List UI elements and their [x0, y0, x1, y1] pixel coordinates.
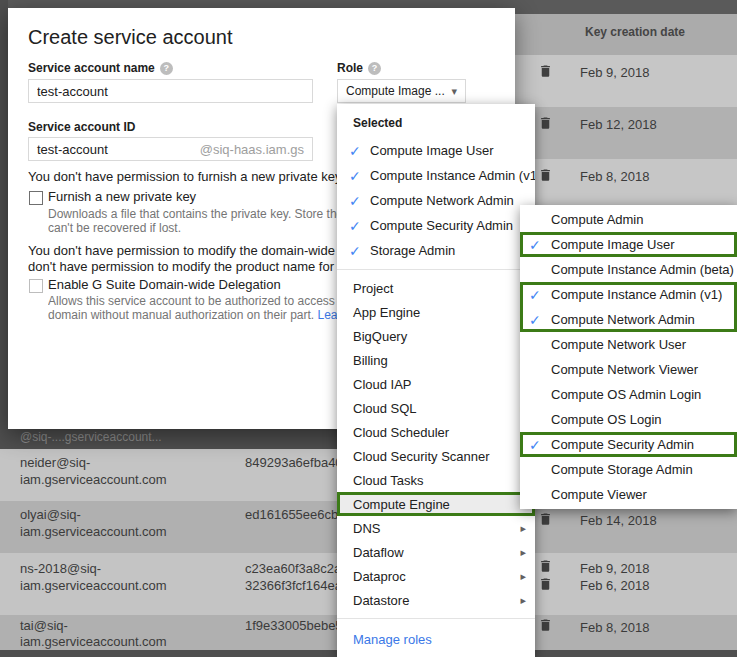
gsuite-delegation-label: Enable G Suite Domain-wide Delegation [48, 277, 281, 292]
learn-more-link[interactable]: Learn [318, 308, 338, 322]
check-icon: ✓ [520, 287, 551, 303]
selected-role-storage-admin[interactable]: ✓ Storage Admin [337, 238, 535, 263]
role-option-compute-network-admin[interactable]: ✓Compute Network Admin [520, 307, 737, 332]
delete-key-icon[interactable] [538, 576, 554, 593]
service-account-id-domain: @siq-haas.iam.gs [200, 142, 304, 157]
check-icon: ✓ [520, 237, 551, 253]
gsuite-help-line1: Allows this service account to be author… [48, 294, 337, 308]
role-option-compute-network-viewer[interactable]: Compute Network Viewer [520, 357, 737, 382]
check-icon: ✓ [520, 312, 551, 328]
role-category-datastore[interactable]: Datastore▸ [337, 588, 535, 612]
delete-key-icon[interactable] [538, 115, 554, 132]
service-account-id-label-text: Service account ID [28, 120, 135, 134]
manage-roles-link[interactable]: Manage roles [337, 625, 535, 653]
role-category-billing[interactable]: Billing▸ [337, 348, 535, 372]
role-category-cloud-scheduler[interactable]: Cloud Scheduler▸ [337, 420, 535, 444]
role-menu: Selected ✓ Compute Image User ✓ Compute … [337, 104, 535, 657]
role-option-compute-instance-admin-beta[interactable]: Compute Instance Admin (beta) [520, 257, 737, 282]
role-dropdown[interactable]: Compute Image ... ▾ [337, 79, 466, 103]
role-category-dataflow[interactable]: Dataflow▸ [337, 540, 535, 564]
key-id: 849293a6efba404 [245, 455, 350, 470]
role-option-compute-network-user[interactable]: Compute Network User [520, 332, 737, 357]
service-account-email: iam.gserviceaccount.com [20, 472, 167, 487]
role-option-compute-instance-admin-v1[interactable]: ✓Compute Instance Admin (v1) [520, 282, 737, 307]
screen: Key creation date Feb 9, 2018 Feb 12, 20… [0, 0, 737, 657]
service-account-id-value: test-account [37, 142, 108, 157]
role-option-compute-image-user[interactable]: ✓Compute Image User [520, 232, 737, 257]
gsuite-help-line2: domain without manual authorization on t… [48, 308, 337, 322]
role-option-highlight-group: ✓Compute Instance Admin (v1) ✓Compute Ne… [520, 282, 737, 332]
role-dropdown-value: Compute Image ... [346, 84, 445, 98]
service-account-email: iam.gserviceaccount.com [20, 524, 167, 539]
modify-permission-note-line1: You don't have permission to modify the … [28, 243, 337, 258]
selected-role-compute-network-admin[interactable]: ✓ Compute Network Admin [337, 188, 535, 213]
compute-engine-submenu: Compute Admin ✓Compute Image User Comput… [520, 205, 737, 509]
role-option-compute-os-admin-login[interactable]: Compute OS Admin Login [520, 382, 737, 407]
service-account-email: olyai@siq- [20, 507, 81, 522]
role-option-compute-security-admin[interactable]: ✓Compute Security Admin [520, 432, 737, 457]
role-category-cloud-iap[interactable]: Cloud IAP▸ [337, 372, 535, 396]
service-account-email: ns-2018@siq- [20, 561, 101, 576]
delete-key-icon[interactable] [538, 558, 554, 575]
key-id: 32366f3fcf164ea [245, 578, 342, 593]
service-account-id-label: Service account ID [28, 120, 135, 134]
service-account-email: tai@siq- [20, 618, 68, 633]
key-creation-date: Feb 9, 2018 [580, 65, 649, 80]
role-option-compute-storage-admin[interactable]: Compute Storage Admin [520, 457, 737, 482]
menu-divider [337, 618, 535, 619]
check-icon: ✓ [337, 193, 370, 209]
role-category-dataproc[interactable]: Dataproc▸ [337, 564, 535, 588]
role-category-cloud-tasks[interactable]: Cloud Tasks▸ [337, 468, 535, 492]
furnish-key-checkbox[interactable] [29, 191, 43, 205]
service-account-name-input[interactable] [28, 79, 313, 103]
delete-key-icon[interactable] [538, 167, 554, 184]
key-id: ed161655ee6cb8 [245, 507, 346, 522]
role-category-compute-engine[interactable]: Compute Engine▸ [337, 492, 535, 516]
role-category-cloud-security-scanner[interactable]: Cloud Security Scanner▸ [337, 444, 535, 468]
gsuite-help-line2-text: domain without manual authorization on t… [48, 308, 314, 322]
key-id: 1f9e33005bebe58 [245, 618, 350, 633]
role-category-dns[interactable]: DNS▸ [337, 516, 535, 540]
key-creation-date: Feb 14, 2018 [580, 513, 657, 528]
chevron-right-icon: ▸ [520, 522, 526, 535]
furnish-key-label: Furnish a new private key [48, 189, 196, 204]
role-category-bigquery[interactable]: BigQuery▸ [337, 324, 535, 348]
role-label-text: Role [337, 61, 363, 75]
service-account-id-input[interactable]: test-account @siq-haas.iam.gs [28, 137, 313, 161]
help-icon[interactable]: ? [160, 62, 173, 75]
delete-key-icon[interactable] [538, 63, 554, 80]
key-creation-date: Feb 8, 2018 [580, 620, 649, 635]
help-icon[interactable]: ? [368, 62, 381, 75]
role-label: Role ? [337, 61, 381, 75]
menu-divider [337, 269, 535, 270]
role-option-compute-viewer[interactable]: Compute Viewer [520, 482, 737, 507]
modify-permission-note-line2: don't have permission to modify the prod… [28, 259, 337, 274]
service-account-email: iam.gserviceaccount.com [20, 634, 167, 649]
check-icon: ✓ [337, 168, 370, 184]
service-account-email: @siq-....gserviceaccount... [20, 430, 162, 444]
check-icon: ✓ [337, 218, 370, 234]
delete-key-icon[interactable] [538, 511, 554, 528]
selected-role-compute-image-user[interactable]: ✓ Compute Image User [337, 138, 535, 163]
key-creation-date: Feb 8, 2018 [580, 169, 649, 184]
dialog-title: Create service account [28, 26, 233, 49]
delete-key-icon[interactable] [538, 617, 554, 634]
role-option-compute-admin[interactable]: Compute Admin [520, 207, 737, 232]
chevron-right-icon: ▸ [520, 546, 526, 559]
chevron-down-icon: ▾ [451, 85, 457, 98]
chevron-right-icon: ▸ [520, 594, 526, 607]
gsuite-delegation-checkbox[interactable] [29, 279, 43, 293]
key-permission-note: You don't have permission to furnish a n… [28, 169, 337, 184]
chevron-right-icon: ▸ [520, 570, 526, 583]
selected-role-compute-instance-admin-v1[interactable]: ✓ Compute Instance Admin (v1) [337, 163, 535, 188]
key-id: c23ea60f3a8c2a5 [245, 561, 348, 576]
furnish-help-line2: can't be recovered if lost. [48, 221, 337, 235]
role-category-cloud-sql[interactable]: Cloud SQL▸ [337, 396, 535, 420]
role-option-compute-os-login[interactable]: Compute OS Login [520, 407, 737, 432]
check-icon: ✓ [337, 143, 370, 159]
key-creation-date: Feb 9, 2018 [580, 561, 649, 576]
selected-role-compute-security-admin[interactable]: ✓ Compute Security Admin [337, 213, 535, 238]
key-creation-date: Feb 6, 2018 [580, 578, 649, 593]
role-category-project[interactable]: Project▸ [337, 276, 535, 300]
role-category-app-engine[interactable]: App Engine▸ [337, 300, 535, 324]
